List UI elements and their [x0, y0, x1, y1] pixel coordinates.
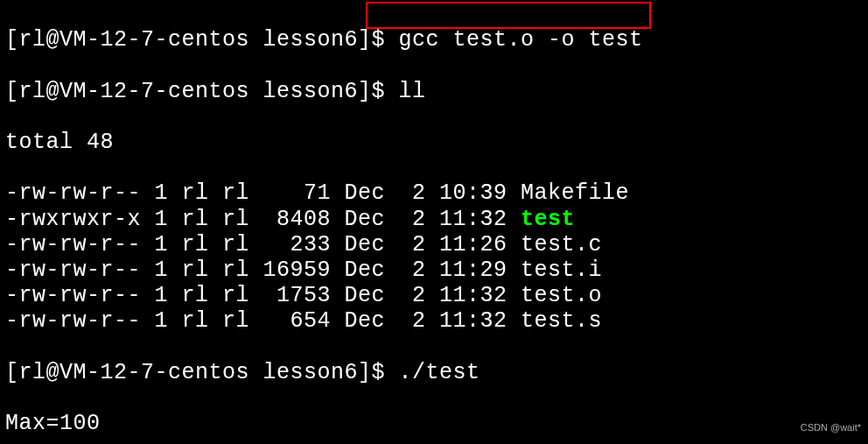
- file-row: -rw-rw-r-- 1 rl rl 71 Dec 2 10:39 Makefi…: [5, 180, 863, 206]
- output-line: Max=100: [5, 411, 863, 436]
- total-line: total 48: [5, 130, 863, 155]
- file-name: test.i: [521, 257, 602, 283]
- file-row: -rw-rw-r-- 1 rl rl 654 Dec 2 11:32 test.…: [5, 308, 863, 334]
- command-ll: ll: [399, 79, 426, 104]
- shell-prompt: [rl@VM-12-7-centos lesson6]$: [5, 79, 399, 104]
- watermark: CSDN @wait*: [801, 415, 861, 440]
- file-name: test.o: [521, 283, 602, 308]
- file-row: -rwxrwxr-x 1 rl rl 8408 Dec 2 11:32 test: [5, 207, 863, 232]
- file-name: test.c: [521, 232, 602, 257]
- command-run: ./test: [399, 360, 480, 385]
- shell-prompt: [rl@VM-12-7-centos lesson6]$: [5, 360, 399, 385]
- shell-prompt: [rl@VM-12-7-centos lesson6]$: [5, 27, 399, 53]
- file-name: Makefile: [521, 180, 629, 206]
- file-row: -rw-rw-r-- 1 rl rl 16959 Dec 2 11:29 tes…: [5, 257, 863, 283]
- terminal[interactable]: [rl@VM-12-7-centos lesson6]$ gcc test.o …: [0, 0, 868, 444]
- command-gcc: gcc test.o -o test: [399, 27, 643, 53]
- file-row: -rw-rw-r-- 1 rl rl 233 Dec 2 11:26 test.…: [5, 232, 863, 257]
- file-row: -rw-rw-r-- 1 rl rl 1753 Dec 2 11:32 test…: [5, 283, 863, 308]
- file-name-exec: test: [521, 207, 575, 232]
- file-name: test.s: [521, 308, 602, 334]
